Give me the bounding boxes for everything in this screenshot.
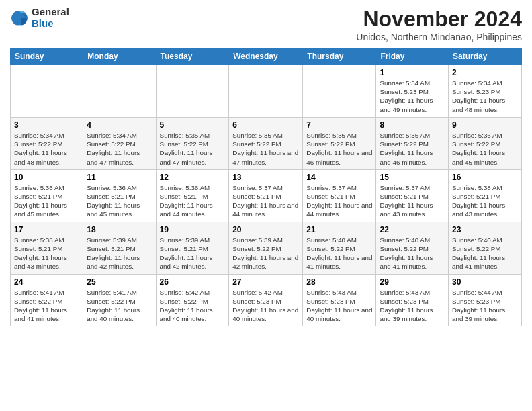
header-row: SundayMondayTuesdayWednesdayThursdayFrid… <box>11 48 522 65</box>
location: Unidos, Northern Mindanao, Philippines <box>356 32 522 42</box>
calendar-cell: 29Sunrise: 5:43 AM Sunset: 5:23 PM Dayli… <box>376 274 449 326</box>
calendar-cell: 3Sunrise: 5:34 AM Sunset: 5:22 PM Daylig… <box>11 117 83 169</box>
day-number: 18 <box>87 225 152 234</box>
day-number: 26 <box>160 277 226 287</box>
day-info: Sunrise: 5:39 AM Sunset: 5:21 PM Dayligh… <box>87 236 140 271</box>
header-cell-sunday: Sunday <box>11 48 83 65</box>
day-info: Sunrise: 5:36 AM Sunset: 5:21 PM Dayligh… <box>87 184 140 218</box>
calendar-cell: 17Sunrise: 5:38 AM Sunset: 5:21 PM Dayli… <box>11 222 83 274</box>
header-cell-monday: Monday <box>83 48 156 65</box>
calendar-cell: 23Sunrise: 5:40 AM Sunset: 5:22 PM Dayli… <box>449 222 522 274</box>
logo-icon <box>10 9 29 28</box>
day-number: 8 <box>380 120 445 130</box>
logo-blue: Blue <box>32 18 69 30</box>
calendar-cell: 15Sunrise: 5:37 AM Sunset: 5:21 PM Dayli… <box>376 169 449 222</box>
week-row-5: 24Sunrise: 5:41 AM Sunset: 5:22 PM Dayli… <box>11 274 522 326</box>
calendar-cell <box>83 65 156 118</box>
calendar-cell: 13Sunrise: 5:37 AM Sunset: 5:21 PM Dayli… <box>229 169 303 222</box>
calendar-cell: 27Sunrise: 5:42 AM Sunset: 5:23 PM Dayli… <box>229 274 303 326</box>
calendar-cell: 7Sunrise: 5:35 AM Sunset: 5:22 PM Daylig… <box>303 117 376 169</box>
day-number: 19 <box>160 225 226 234</box>
day-info: Sunrise: 5:39 AM Sunset: 5:21 PM Dayligh… <box>160 236 213 271</box>
day-info: Sunrise: 5:39 AM Sunset: 5:22 PM Dayligh… <box>232 236 298 271</box>
day-info: Sunrise: 5:34 AM Sunset: 5:23 PM Dayligh… <box>452 79 505 113</box>
day-number: 14 <box>306 173 372 182</box>
day-info: Sunrise: 5:40 AM Sunset: 5:22 PM Dayligh… <box>452 236 505 271</box>
day-info: Sunrise: 5:36 AM Sunset: 5:21 PM Dayligh… <box>14 184 67 218</box>
day-info: Sunrise: 5:40 AM Sunset: 5:22 PM Dayligh… <box>306 236 372 271</box>
title-block: November 2024 Unidos, Northern Mindanao,… <box>356 7 522 42</box>
calendar-cell: 16Sunrise: 5:38 AM Sunset: 5:21 PM Dayli… <box>449 169 522 222</box>
day-info: Sunrise: 5:41 AM Sunset: 5:22 PM Dayligh… <box>14 289 67 323</box>
calendar-cell: 14Sunrise: 5:37 AM Sunset: 5:21 PM Dayli… <box>303 169 376 222</box>
calendar-cell: 18Sunrise: 5:39 AM Sunset: 5:21 PM Dayli… <box>83 222 156 274</box>
day-info: Sunrise: 5:34 AM Sunset: 5:23 PM Dayligh… <box>380 79 433 113</box>
header-cell-friday: Friday <box>376 48 449 65</box>
day-info: Sunrise: 5:36 AM Sunset: 5:21 PM Dayligh… <box>160 184 213 218</box>
day-info: Sunrise: 5:42 AM Sunset: 5:23 PM Dayligh… <box>232 289 298 323</box>
logo: General Blue <box>10 7 69 29</box>
day-info: Sunrise: 5:37 AM Sunset: 5:21 PM Dayligh… <box>380 184 433 218</box>
day-info: Sunrise: 5:35 AM Sunset: 5:22 PM Dayligh… <box>160 132 213 166</box>
day-number: 5 <box>160 120 226 130</box>
day-number: 9 <box>452 120 518 130</box>
day-number: 7 <box>306 120 372 130</box>
day-number: 3 <box>14 120 79 130</box>
day-number: 22 <box>380 225 445 234</box>
day-info: Sunrise: 5:40 AM Sunset: 5:22 PM Dayligh… <box>380 236 433 271</box>
day-info: Sunrise: 5:44 AM Sunset: 5:23 PM Dayligh… <box>452 289 505 323</box>
calendar-cell: 10Sunrise: 5:36 AM Sunset: 5:21 PM Dayli… <box>11 169 83 222</box>
day-info: Sunrise: 5:35 AM Sunset: 5:22 PM Dayligh… <box>232 132 298 166</box>
day-number: 12 <box>160 173 226 182</box>
calendar-cell <box>156 65 229 118</box>
day-number: 28 <box>306 277 372 287</box>
header-cell-saturday: Saturday <box>449 48 522 65</box>
day-number: 10 <box>14 173 79 182</box>
day-number: 15 <box>380 173 445 182</box>
header: General Blue November 2024 Unidos, North… <box>10 7 522 42</box>
day-info: Sunrise: 5:42 AM Sunset: 5:22 PM Dayligh… <box>160 289 213 323</box>
day-info: Sunrise: 5:34 AM Sunset: 5:22 PM Dayligh… <box>87 132 140 166</box>
day-info: Sunrise: 5:43 AM Sunset: 5:23 PM Dayligh… <box>306 289 372 323</box>
day-number: 20 <box>232 225 299 234</box>
day-number: 23 <box>452 225 518 234</box>
day-number: 21 <box>306 225 372 234</box>
page: General Blue November 2024 Unidos, North… <box>0 0 532 411</box>
calendar-cell: 11Sunrise: 5:36 AM Sunset: 5:21 PM Dayli… <box>83 169 156 222</box>
header-cell-wednesday: Wednesday <box>229 48 303 65</box>
calendar-table: SundayMondayTuesdayWednesdayThursdayFrid… <box>10 48 522 326</box>
month-title: November 2024 <box>356 7 522 32</box>
week-row-4: 17Sunrise: 5:38 AM Sunset: 5:21 PM Dayli… <box>11 222 522 274</box>
day-number: 4 <box>87 120 152 130</box>
day-info: Sunrise: 5:35 AM Sunset: 5:22 PM Dayligh… <box>306 132 372 166</box>
calendar-cell: 25Sunrise: 5:41 AM Sunset: 5:22 PM Dayli… <box>83 274 156 326</box>
logo-text: General Blue <box>32 7 69 29</box>
day-number: 27 <box>232 277 299 287</box>
calendar-cell: 22Sunrise: 5:40 AM Sunset: 5:22 PM Dayli… <box>376 222 449 274</box>
day-info: Sunrise: 5:43 AM Sunset: 5:23 PM Dayligh… <box>380 289 433 323</box>
day-number: 29 <box>380 277 445 287</box>
day-number: 24 <box>14 277 79 287</box>
calendar-cell: 24Sunrise: 5:41 AM Sunset: 5:22 PM Dayli… <box>11 274 83 326</box>
day-info: Sunrise: 5:36 AM Sunset: 5:22 PM Dayligh… <box>452 132 505 166</box>
day-number: 2 <box>452 68 518 77</box>
calendar-cell: 1Sunrise: 5:34 AM Sunset: 5:23 PM Daylig… <box>376 65 449 118</box>
calendar-cell: 20Sunrise: 5:39 AM Sunset: 5:22 PM Dayli… <box>229 222 303 274</box>
day-info: Sunrise: 5:35 AM Sunset: 5:22 PM Dayligh… <box>380 132 433 166</box>
calendar-cell: 28Sunrise: 5:43 AM Sunset: 5:23 PM Dayli… <box>303 274 376 326</box>
calendar-cell: 2Sunrise: 5:34 AM Sunset: 5:23 PM Daylig… <box>449 65 522 118</box>
week-row-2: 3Sunrise: 5:34 AM Sunset: 5:22 PM Daylig… <box>11 117 522 169</box>
day-info: Sunrise: 5:37 AM Sunset: 5:21 PM Dayligh… <box>232 184 298 218</box>
calendar-cell: 19Sunrise: 5:39 AM Sunset: 5:21 PM Dayli… <box>156 222 229 274</box>
calendar-cell: 26Sunrise: 5:42 AM Sunset: 5:22 PM Dayli… <box>156 274 229 326</box>
day-number: 17 <box>14 225 79 234</box>
week-row-1: 1Sunrise: 5:34 AM Sunset: 5:23 PM Daylig… <box>11 65 522 118</box>
day-number: 25 <box>87 277 152 287</box>
day-info: Sunrise: 5:38 AM Sunset: 5:21 PM Dayligh… <box>14 236 67 271</box>
day-number: 6 <box>232 120 299 130</box>
calendar-cell: 9Sunrise: 5:36 AM Sunset: 5:22 PM Daylig… <box>449 117 522 169</box>
header-cell-thursday: Thursday <box>303 48 376 65</box>
day-info: Sunrise: 5:37 AM Sunset: 5:21 PM Dayligh… <box>306 184 372 218</box>
logo-general: General <box>32 7 69 18</box>
calendar-cell: 4Sunrise: 5:34 AM Sunset: 5:22 PM Daylig… <box>83 117 156 169</box>
